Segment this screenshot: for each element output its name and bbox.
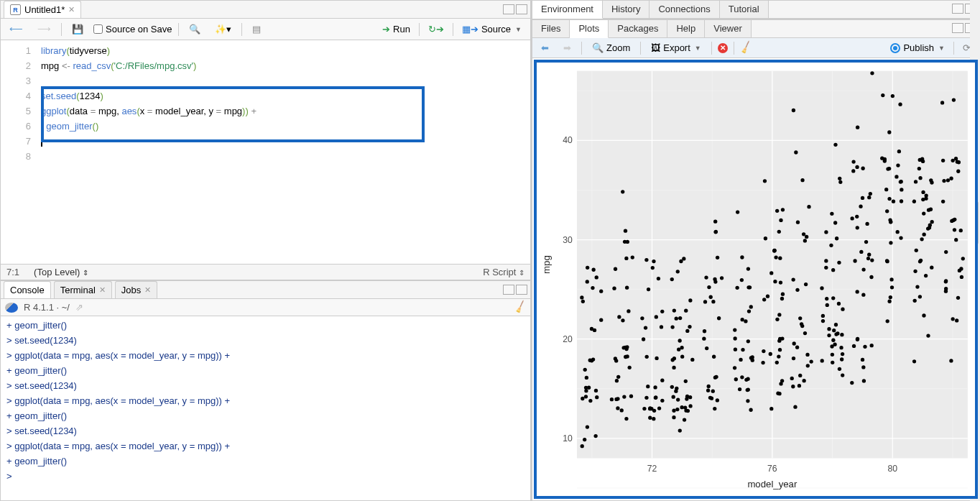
- publish-button[interactable]: Publish▼: [886, 41, 949, 55]
- svg-point-158: [713, 220, 717, 224]
- tab-files[interactable]: Files: [532, 20, 570, 37]
- svg-point-113: [670, 385, 674, 389]
- svg-point-152: [717, 316, 721, 320]
- svg-point-312: [869, 192, 872, 196]
- tab-packages[interactable]: Packages: [609, 20, 667, 37]
- svg-point-92: [640, 316, 644, 320]
- svg-point-338: [887, 131, 891, 134]
- svg-point-221: [773, 280, 777, 283]
- back-button[interactable]: ⟵: [5, 22, 27, 36]
- svg-point-54: [616, 375, 620, 379]
- wand-button[interactable]: ✨▾: [211, 22, 236, 36]
- run-button[interactable]: ➔Run: [378, 22, 415, 36]
- outline-button[interactable]: ▤: [248, 22, 265, 36]
- close-icon[interactable]: ✕: [99, 285, 106, 295]
- remove-plot-button[interactable]: ✕: [718, 43, 728, 53]
- svg-point-319: [856, 126, 859, 129]
- scope-selector[interactable]: (Top Level) ⇕: [34, 267, 88, 277]
- svg-point-120: [680, 346, 683, 349]
- zoom-button[interactable]: 🔍Zoom: [588, 41, 634, 55]
- svg-point-345: [889, 241, 892, 244]
- tab-viewer[interactable]: Viewer: [705, 20, 752, 37]
- publish-icon: [890, 43, 900, 53]
- svg-point-265: [792, 278, 795, 282]
- tab-history[interactable]: History: [603, 1, 650, 18]
- close-icon[interactable]: ✕: [144, 285, 151, 295]
- popout-icon[interactable]: ⇗: [75, 302, 83, 313]
- svg-point-38: [591, 358, 595, 362]
- plot-tabs: FilesPlotsPackagesHelpViewer: [532, 20, 979, 38]
- prev-plot-button[interactable]: ⬅: [537, 41, 553, 55]
- svg-point-134: [686, 409, 690, 413]
- svg-point-62: [615, 379, 619, 382]
- svg-point-191: [736, 211, 739, 214]
- broom-icon[interactable]: 🧹: [513, 300, 527, 315]
- svg-point-395: [917, 167, 921, 170]
- svg-point-346: [885, 209, 889, 213]
- svg-point-206: [780, 297, 784, 300]
- file-type[interactable]: R Script ⇕: [483, 267, 524, 277]
- svg-point-304: [838, 177, 841, 180]
- svg-point-324: [869, 275, 873, 279]
- svg-point-57: [625, 286, 629, 290]
- env-tabs: EnvironmentHistoryConnectionsTutorial: [532, 1, 979, 19]
- close-icon[interactable]: ✕: [68, 5, 75, 14]
- svg-point-150: [702, 337, 706, 341]
- svg-point-337: [850, 381, 854, 385]
- source-tabbar: R Untitled1* ✕: [1, 1, 530, 19]
- svg-point-382: [918, 295, 922, 298]
- svg-point-300: [820, 286, 823, 290]
- save-button[interactable]: 💾: [68, 22, 88, 36]
- svg-point-351: [896, 164, 900, 167]
- svg-point-393: [913, 299, 917, 303]
- svg-point-234: [761, 361, 764, 364]
- export-button[interactable]: 🖼 Export▼: [647, 41, 706, 55]
- code-area[interactable]: library(tidyverse)mpg <- read_csv('C:/RF…: [37, 40, 530, 264]
- tab-jobs[interactable]: Jobs✕: [115, 281, 157, 298]
- svg-point-48: [583, 438, 586, 441]
- tab-console[interactable]: Console: [4, 281, 51, 298]
- svg-point-46: [593, 328, 596, 332]
- svg-point-110: [644, 326, 647, 330]
- svg-point-331: [855, 215, 859, 219]
- svg-point-27: [585, 376, 588, 380]
- forward-button[interactable]: ⟶: [33, 22, 55, 36]
- console-output[interactable]: + geom_jitter()> set.seed(1234)> ggplot(…: [1, 316, 530, 500]
- svg-point-298: [841, 308, 844, 311]
- minimize-icon[interactable]: [503, 285, 514, 295]
- tab-terminal[interactable]: Terminal✕: [54, 281, 112, 298]
- svg-point-224: [774, 256, 777, 259]
- source-on-save-checkbox[interactable]: Source on Save: [93, 24, 172, 35]
- next-plot-button[interactable]: ➡: [559, 41, 575, 55]
- tab-help[interactable]: Help: [667, 20, 705, 37]
- svg-point-381: [915, 285, 919, 289]
- minimize-icon[interactable]: [952, 23, 963, 33]
- svg-point-104: [657, 407, 661, 410]
- svg-point-144: [688, 325, 691, 328]
- svg-point-94: [660, 310, 664, 313]
- environment-pane: EnvironmentHistoryConnectionsTutorial: [532, 0, 980, 19]
- pane-window-controls: [503, 4, 527, 14]
- svg-point-341: [895, 175, 898, 178]
- svg-point-352: [887, 197, 891, 201]
- minimize-icon[interactable]: [952, 4, 963, 14]
- scatter-plot: 10203040727680model_yearmpg: [537, 63, 975, 496]
- tab-connections[interactable]: Connections: [650, 1, 719, 18]
- maximize-icon[interactable]: [516, 4, 527, 14]
- tab-environment[interactable]: Environment: [532, 1, 603, 19]
- source-button[interactable]: ▦➔Source▼: [458, 22, 526, 36]
- minimize-icon[interactable]: [503, 4, 514, 14]
- tab-tutorial[interactable]: Tutorial: [720, 1, 769, 18]
- svg-point-146: [680, 355, 684, 359]
- clear-plots-button[interactable]: 🧹: [739, 41, 753, 55]
- tab-plots[interactable]: Plots: [570, 20, 609, 38]
- rerun-button[interactable]: ↻➔: [424, 22, 448, 36]
- source-tab[interactable]: R Untitled1* ✕: [4, 1, 81, 18]
- svg-point-118: [672, 415, 675, 419]
- find-button[interactable]: 🔍: [185, 22, 205, 36]
- svg-point-162: [703, 300, 707, 303]
- svg-point-283: [837, 302, 841, 305]
- maximize-icon[interactable]: [516, 285, 527, 295]
- svg-point-135: [672, 395, 675, 399]
- code-editor[interactable]: 12345678 library(tidyverse)mpg <- read_c…: [1, 40, 530, 264]
